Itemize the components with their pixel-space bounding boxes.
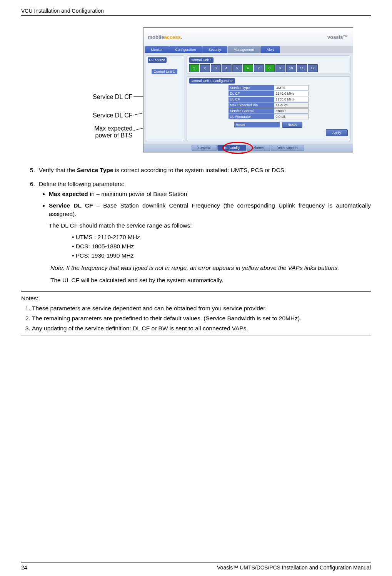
cfg-label: UL CF [229,97,274,102]
port-row: 123456789101112 [189,64,348,72]
sidebar-control-unit-1[interactable]: Control Unit 1 [152,69,177,74]
logo-voasis: voasis™ [327,34,348,40]
cfg-value[interactable]: Enable [274,108,309,114]
notes-top-rule [21,291,371,292]
footer-alarms[interactable]: Alarms [247,145,270,151]
range-pcs: • PCS: 1930-1990 MHz [72,251,371,260]
screenshot-diagram: Service DL CF Service DL CF Max expected… [38,27,354,158]
app-window: mobileaccess. voasis™ Monitor Configurat… [143,27,353,152]
cfg-row: UL CF1950.0 MHz [189,97,348,102]
bullet-service-dl-cf: Service DL CF – Base Station downlink Ce… [49,201,371,260]
panel-configuration: Control Unit 1 Configuration Service Typ… [187,76,350,141]
footer-rf-config[interactable]: RF Config [217,145,246,151]
port-4[interactable]: 4 [222,64,232,72]
notes-bottom-rule [21,335,371,335]
top-tab-bar: Monitor Configuration Security Managemen… [143,46,353,53]
cfg-row: Service ControlEnable [189,108,348,114]
note-italic: Note: If the frequency that was typed is… [50,264,371,272]
port-6[interactable]: 6 [243,64,253,72]
port-2[interactable]: 2 [200,64,210,72]
callout-max-expected-a: Max expected [94,125,133,132]
step-5: Verify that the Service Type is correct … [37,166,371,174]
cfg-value: 2140.0 MHz [274,91,309,96]
tab-security[interactable]: Security [202,46,227,53]
dl-cf-subpara: The DL CF should match the service range… [49,221,371,230]
cfg-value: UMTS [274,85,309,90]
cfg-label: DL CF [229,91,274,96]
cfg-value[interactable]: 14 dBm [274,102,309,108]
port-8[interactable]: 8 [265,64,275,72]
sidebar: RF source Control Unit 1 [146,55,184,141]
manual-title: Voasis™ UMTS/DCS/PCS Installation and Co… [217,564,371,571]
apply-button[interactable]: Apply [326,129,348,136]
sidebar-title: RF source [148,57,167,63]
tab-monitor[interactable]: Monitor [145,46,169,53]
cfg-label: UL Attenuator [229,114,274,119]
port-12[interactable]: 12 [308,64,318,72]
step-6: Define the following parameters: Max exp… [37,180,371,285]
cfg-row: UL Attenuator0.0 dB [189,114,348,119]
bullet-max-expected: Max expected in – maximum power of Base … [49,190,371,198]
cfg-row: Service TypeUMTS [189,85,348,90]
tab-configuration[interactable]: Configuration [169,46,202,53]
reset-label: Reset [234,122,280,127]
callout-max-expected-b: power of BTS [95,132,133,139]
panel1-title: Control Unit 1 [189,57,214,63]
footer-general[interactable]: General [192,145,217,151]
panel-control-unit: Control Unit 1 123456789101112 [187,55,350,74]
cfg-value[interactable]: 0.0 dB [274,114,309,119]
notes-title: Notes: [21,295,38,301]
tab-management[interactable]: Management [228,46,260,53]
cfg-label: Service Type [229,85,274,90]
page-header: VCU Installation and Configuration [21,8,371,16]
page-footer: 24 Voasis™ UMTS/DCS/PCS Installation and… [21,563,371,571]
port-3[interactable]: 3 [211,64,221,72]
callout-service-dl-cf-1: Service DL CF [93,94,132,100]
port-7[interactable]: 7 [254,64,264,72]
port-11[interactable]: 11 [297,64,307,72]
footer-tech-support[interactable]: Tech Support [271,145,304,151]
port-10[interactable]: 10 [286,64,296,72]
body-content: Verify that the Service Type is correct … [21,166,371,335]
app-header: mobileaccess. voasis™ [143,28,353,46]
range-utms: • UTMS : 2110-2170 MHz [72,233,371,241]
ul-cf-para: The UL CF will be calculated and set by … [50,276,371,285]
note-1: These parameters are service dependent a… [32,304,371,313]
cfg-row: Max Expected Pin14 dBm [189,102,348,108]
panel2-title: Control Unit 1 Configuration [189,78,235,84]
notes-block: Notes: These parameters are service depe… [21,294,371,333]
range-dcs: • DCS: 1805-1880 MHz [72,242,371,251]
logo-mobileaccess: mobileaccess. [148,34,182,40]
note-2: The remaining parameters are predefined … [32,314,371,323]
note-3: Any updating of the service definition: … [32,324,371,333]
cfg-label: Service Control [229,108,274,114]
cfg-value: 1950.0 MHz [274,97,309,102]
reset-button[interactable]: Reset [282,122,303,128]
port-5[interactable]: 5 [232,64,242,72]
cfg-label: Max Expected Pin [229,102,274,108]
tab-alert[interactable]: Alert [260,46,280,53]
page-number: 24 [21,564,27,571]
port-1[interactable]: 1 [189,64,199,72]
cfg-row: DL CF2140.0 MHz [189,91,348,96]
callout-service-dl-cf-2: Service DL CF [93,112,132,119]
port-9[interactable]: 9 [275,64,285,72]
bottom-tab-bar: General RF Config Alarms Tech Support [143,144,353,152]
